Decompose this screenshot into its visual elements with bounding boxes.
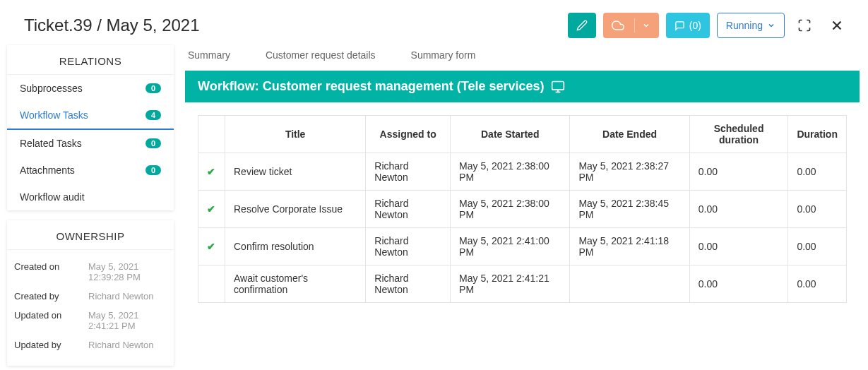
cloud-icon — [612, 19, 624, 32]
cell-ended: May 5, 2021 2:38:45 PM — [570, 191, 689, 228]
ownership-row: Updated by Richard Newton — [14, 335, 167, 354]
cell-scheduled: 0.00 — [689, 228, 788, 265]
page-title: Ticket.39 / May 5, 2021 — [24, 16, 200, 35]
ownership-value: Richard Newton — [88, 291, 154, 302]
ownership-label: Created on — [14, 261, 88, 272]
sidebar-item-label: Attachments — [20, 165, 75, 176]
count-badge: 0 — [145, 165, 161, 175]
ownership-label: Created by — [14, 291, 88, 302]
ownership-value: May 5, 2021 2:41:21 PM — [88, 310, 167, 331]
cell-assigned: Richard Newton — [366, 191, 451, 228]
status-label: Running — [726, 20, 763, 31]
cell-duration: 0.00 — [788, 228, 847, 265]
col-scheduled-header: Scheduled duration — [689, 116, 788, 153]
check-icon: ✔ — [207, 241, 215, 252]
cell-title: Confirm resolution — [225, 228, 365, 265]
tab-summary[interactable]: Summary — [188, 49, 230, 61]
col-title-header: Title — [225, 116, 365, 153]
count-badge: 0 — [145, 138, 161, 148]
col-duration-header: Duration — [788, 116, 847, 153]
workflow-banner: Workflow: Customer request management (T… — [185, 71, 860, 102]
header-actions: (0) Running — [568, 13, 850, 38]
relations-header: RELATIONS — [7, 45, 174, 75]
maximize-icon — [797, 18, 811, 32]
cell-scheduled: 0.00 — [689, 191, 788, 228]
cell-started: May 5, 2021 2:41:21 PM — [451, 265, 570, 303]
chat-icon — [674, 20, 685, 31]
ownership-label: Updated by — [14, 340, 88, 350]
cell-started: May 5, 2021 2:38:00 PM — [451, 191, 570, 228]
sidebar-item-label: Subprocesses — [20, 83, 83, 94]
count-badge: 4 — [145, 110, 161, 120]
cell-ended: May 5, 2021 2:41:18 PM — [570, 228, 689, 265]
cell-ended: May 5, 2021 2:38:27 PM — [570, 153, 689, 191]
col-assigned-header: Assigned to — [366, 116, 451, 153]
comments-button[interactable]: (0) — [666, 13, 710, 38]
status-cell — [198, 265, 225, 303]
cell-duration: 0.00 — [788, 191, 847, 228]
ownership-label: Updated on — [14, 310, 88, 321]
cell-assigned: Richard Newton — [366, 153, 451, 191]
cell-ended — [570, 265, 689, 303]
chevron-down-icon — [767, 21, 775, 30]
table-row[interactable]: ✔Confirm resolutionRichard NewtonMay 5, … — [198, 228, 847, 265]
edit-button[interactable] — [568, 13, 596, 38]
chevron-down-icon — [642, 21, 650, 30]
cell-title: Resolve Corporate Issue — [225, 191, 365, 228]
cloud-action-button[interactable] — [603, 13, 659, 38]
monitor-icon — [551, 80, 565, 94]
comments-count: (0) — [689, 20, 701, 31]
col-started-header: Date Started — [451, 116, 570, 153]
cell-assigned: Richard Newton — [366, 265, 451, 303]
col-status-header — [198, 116, 225, 153]
cell-started: May 5, 2021 2:38:00 PM — [451, 153, 570, 191]
sidebar-item-attachments[interactable]: Attachments 0 — [7, 157, 174, 184]
cell-started: May 5, 2021 2:41:00 PM — [451, 228, 570, 265]
workflow-banner-text: Workflow: Customer request management (T… — [198, 79, 544, 94]
cell-duration: 0.00 — [788, 265, 847, 303]
ownership-panel: OWNERSHIP Created on May 5, 2021 12:39:2… — [7, 220, 174, 366]
cell-duration: 0.00 — [788, 153, 847, 191]
content-area: Summary Customer request details Summary… — [185, 45, 860, 370]
svg-rect-2 — [552, 81, 564, 90]
table-row[interactable]: ✔Review ticketRichard NewtonMay 5, 2021 … — [198, 153, 847, 191]
status-cell: ✔ — [198, 191, 225, 228]
sidebar-item-label: Workflow Tasks — [20, 109, 88, 121]
table-row[interactable]: ✔Resolve Corporate IssueRichard NewtonMa… — [198, 191, 847, 228]
sidebar-item-subprocesses[interactable]: Subprocesses 0 — [7, 75, 174, 102]
workflow-tasks-table: Title Assigned to Date Started Date Ende… — [198, 115, 847, 303]
ownership-row: Created on May 5, 2021 12:39:28 PM — [14, 257, 167, 287]
cell-assigned: Richard Newton — [366, 228, 451, 265]
cell-title: Await customer's confirmation — [225, 265, 365, 303]
col-ended-header: Date Ended — [570, 116, 689, 153]
status-cell: ✔ — [198, 153, 225, 191]
sidebar-item-workflow-tasks[interactable]: Workflow Tasks 4 — [7, 102, 174, 130]
status-dropdown[interactable]: Running — [717, 13, 785, 38]
fullscreen-button[interactable] — [792, 13, 817, 38]
sidebar-item-label: Related Tasks — [20, 138, 82, 149]
close-button[interactable] — [824, 13, 850, 38]
status-cell: ✔ — [198, 228, 225, 265]
sidebar-item-label: Workflow audit — [20, 191, 85, 203]
cell-scheduled: 0.00 — [689, 265, 788, 303]
ownership-value: May 5, 2021 12:39:28 PM — [88, 261, 167, 282]
ownership-value: Richard Newton — [88, 340, 154, 350]
check-icon: ✔ — [207, 166, 215, 177]
pencil-icon — [576, 20, 588, 31]
table-row[interactable]: Await customer's confirmationRichard New… — [198, 265, 847, 303]
cell-scheduled: 0.00 — [689, 153, 788, 191]
ownership-row: Updated on May 5, 2021 2:41:21 PM — [14, 306, 167, 335]
ownership-header: OWNERSHIP — [7, 220, 174, 250]
tab-customer-request-details[interactable]: Customer request details — [266, 49, 376, 61]
ownership-row: Created by Richard Newton — [14, 287, 167, 306]
tabs: Summary Customer request details Summary… — [185, 45, 860, 71]
check-icon: ✔ — [207, 203, 215, 215]
relations-panel: RELATIONS Subprocesses 0 Workflow Tasks … — [7, 45, 174, 210]
sidebar-item-related-tasks[interactable]: Related Tasks 0 — [7, 130, 174, 157]
sidebar-item-workflow-audit[interactable]: Workflow audit — [7, 184, 174, 210]
sidebar: RELATIONS Subprocesses 0 Workflow Tasks … — [7, 45, 174, 370]
count-badge: 0 — [145, 83, 161, 93]
close-icon — [829, 18, 845, 33]
tab-summary-form[interactable]: Summary form — [411, 49, 476, 61]
cell-title: Review ticket — [225, 153, 365, 191]
